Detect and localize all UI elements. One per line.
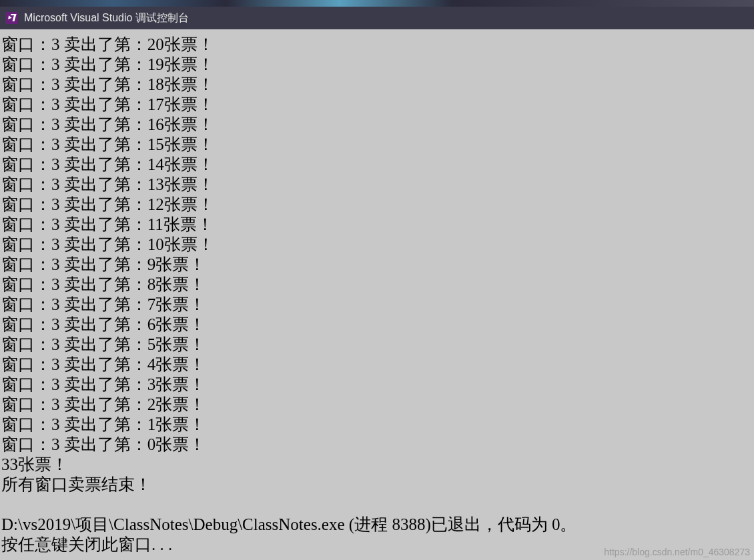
console-line-finish: 所有窗口卖票结束！ [1, 475, 753, 495]
console-line-extra: 33张票！ [1, 455, 753, 475]
console-line-ticket: 窗口：3 卖出了第：20张票！ [1, 35, 753, 55]
console-line-ticket: 窗口：3 卖出了第：10张票！ [1, 235, 753, 255]
console-line-ticket: 窗口：3 卖出了第：3张票！ [1, 375, 753, 395]
console-line-ticket: 窗口：3 卖出了第：14张票！ [1, 155, 753, 175]
console-line-ticket: 窗口：3 卖出了第：5张票！ [1, 335, 753, 355]
window-title: Microsoft Visual Studio 调试控制台 [24, 11, 189, 25]
ticket-lines-container: 窗口：3 卖出了第：20张票！窗口：3 卖出了第：19张票！窗口：3 卖出了第：… [1, 35, 753, 455]
window-top-strip [0, 0, 754, 7]
visual-studio-icon [5, 12, 17, 24]
console-line-ticket: 窗口：3 卖出了第：4张票！ [1, 355, 753, 375]
console-line-ticket: 窗口：3 卖出了第：2张票！ [1, 395, 753, 415]
watermark-text: https://blog.csdn.net/m0_46308273 [604, 547, 750, 557]
console-line-ticket: 窗口：3 卖出了第：13张票！ [1, 175, 753, 195]
console-line-ticket: 窗口：3 卖出了第：0张票！ [1, 435, 753, 455]
title-bar[interactable]: Microsoft Visual Studio 调试控制台 [0, 7, 754, 29]
console-line-exit: D:\vs2019\项目\ClassNotes\Debug\ClassNotes… [1, 515, 753, 535]
console-line-ticket: 窗口：3 卖出了第：7张票！ [1, 295, 753, 315]
console-line-ticket: 窗口：3 卖出了第：19张票！ [1, 55, 753, 75]
blank-line [1, 495, 753, 515]
console-line-ticket: 窗口：3 卖出了第：18张票！ [1, 75, 753, 95]
console-line-ticket: 窗口：3 卖出了第：1张票！ [1, 415, 753, 435]
console-output: 窗口：3 卖出了第：20张票！窗口：3 卖出了第：19张票！窗口：3 卖出了第：… [0, 29, 754, 560]
console-line-ticket: 窗口：3 卖出了第：17张票！ [1, 95, 753, 115]
console-line-ticket: 窗口：3 卖出了第：15张票！ [1, 135, 753, 155]
console-line-ticket: 窗口：3 卖出了第：16张票！ [1, 115, 753, 135]
console-line-ticket: 窗口：3 卖出了第：6张票！ [1, 315, 753, 335]
console-line-ticket: 窗口：3 卖出了第：12张票！ [1, 195, 753, 215]
console-line-ticket: 窗口：3 卖出了第：8张票！ [1, 275, 753, 295]
console-line-ticket: 窗口：3 卖出了第：11张票！ [1, 215, 753, 235]
console-line-ticket: 窗口：3 卖出了第：9张票！ [1, 255, 753, 275]
